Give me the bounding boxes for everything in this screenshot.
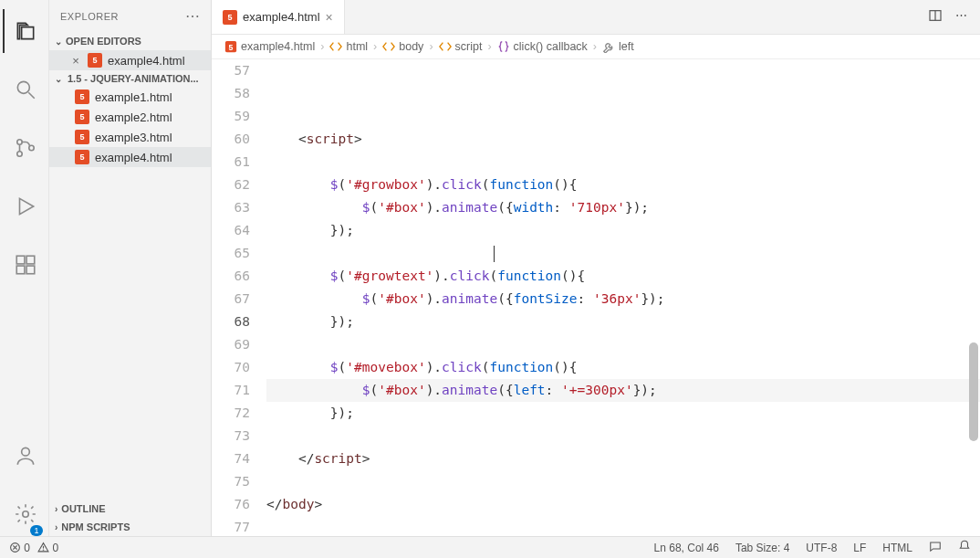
code-line[interactable] bbox=[266, 151, 980, 174]
code-line[interactable]: <script> bbox=[266, 128, 980, 151]
file-label: example4.html bbox=[95, 151, 172, 164]
code-line[interactable]: $('#growtext').click(function(){ bbox=[266, 265, 980, 288]
feedback-icon[interactable] bbox=[929, 540, 942, 555]
tab-example4[interactable]: 5 example4.html × bbox=[212, 0, 345, 34]
file-item[interactable]: 5example1.html bbox=[49, 87, 211, 107]
split-editor-icon[interactable] bbox=[928, 8, 943, 26]
chevron-right-icon: › bbox=[320, 40, 324, 53]
editor-area: 5 example4.html × ⋯ 5example4.html›html›… bbox=[212, 0, 980, 536]
open-editors-header[interactable]: ⌄ OPEN EDITORS bbox=[49, 32, 211, 50]
html-file-icon: 5 bbox=[88, 53, 102, 68]
code-line[interactable] bbox=[266, 333, 980, 356]
language-mode[interactable]: HTML bbox=[882, 542, 912, 554]
file-label: example1.html bbox=[95, 90, 172, 104]
sidebar-header: EXPLORER ⋯ bbox=[49, 0, 211, 32]
code-line[interactable] bbox=[266, 516, 980, 536]
code-line[interactable] bbox=[266, 242, 980, 265]
chevron-right-icon: › bbox=[593, 40, 597, 53]
svg-point-2 bbox=[16, 140, 21, 144]
file-item[interactable]: 5example3.html bbox=[49, 127, 211, 147]
chevron-down-icon: ⌄ bbox=[55, 37, 62, 47]
svg-line-1 bbox=[28, 92, 35, 99]
file-item[interactable]: 5example4.html bbox=[49, 147, 211, 167]
breadcrumb-label: click() callback bbox=[514, 40, 588, 53]
chevron-down-icon: ⌄ bbox=[55, 74, 62, 84]
settings-icon[interactable]: 1 bbox=[3, 492, 47, 536]
chevron-right-icon: › bbox=[55, 504, 57, 514]
svg-rect-8 bbox=[16, 266, 25, 274]
code-line[interactable]: }); bbox=[266, 219, 980, 242]
html-file-icon: 5 bbox=[223, 10, 237, 25]
html-file-icon: 5 bbox=[75, 150, 89, 164]
code-line[interactable]: </script> bbox=[266, 447, 980, 470]
breadcrumb-label: left bbox=[619, 40, 634, 53]
breadcrumbs[interactable]: 5example4.html›html›body›script›click() … bbox=[212, 35, 980, 59]
code-editor[interactable]: 5758596061626364656667686970717273747576… bbox=[212, 59, 980, 536]
more-actions-icon[interactable]: ⋯ bbox=[955, 8, 967, 26]
breadcrumb-item[interactable]: script bbox=[439, 40, 483, 53]
html-file-icon: 5 bbox=[75, 130, 89, 144]
encoding[interactable]: UTF-8 bbox=[806, 542, 837, 554]
scrollbar-track[interactable] bbox=[967, 59, 980, 536]
breadcrumb-label: example4.html bbox=[241, 40, 315, 53]
settings-badge: 1 bbox=[30, 525, 42, 536]
svg-point-11 bbox=[22, 511, 28, 518]
breadcrumb-item[interactable]: 5example4.html bbox=[224, 40, 315, 53]
eol[interactable]: LF bbox=[853, 542, 866, 554]
chevron-right-icon: › bbox=[373, 40, 377, 53]
chevron-right-icon: › bbox=[487, 40, 491, 53]
chevron-right-icon: › bbox=[55, 522, 57, 532]
code-line[interactable]: </body> bbox=[266, 493, 980, 516]
svg-marker-5 bbox=[19, 198, 33, 214]
breadcrumb-item[interactable]: html bbox=[329, 40, 368, 53]
outline-header[interactable]: › OUTLINE bbox=[49, 500, 211, 518]
sidebar: EXPLORER ⋯ ⌄ OPEN EDITORS ×5example4.htm… bbox=[49, 0, 212, 536]
sidebar-title: EXPLORER bbox=[60, 11, 119, 22]
breadcrumb-item[interactable]: body bbox=[382, 40, 423, 53]
notifications-icon[interactable] bbox=[958, 540, 971, 555]
code-line[interactable]: $('#box').animate({fontSize: '36px'}); bbox=[266, 288, 980, 311]
breadcrumb-item[interactable]: click() callback bbox=[497, 40, 588, 53]
breadcrumb-item[interactable]: left bbox=[602, 40, 634, 53]
svg-rect-7 bbox=[26, 256, 35, 264]
scrollbar-thumb[interactable] bbox=[969, 342, 978, 441]
svg-point-0 bbox=[17, 81, 29, 93]
open-editor-item[interactable]: ×5example4.html bbox=[49, 50, 211, 70]
code-line[interactable]: $('#growbox').click(function(){ bbox=[266, 174, 980, 196]
code-line[interactable] bbox=[266, 425, 980, 447]
close-icon[interactable]: × bbox=[69, 54, 82, 68]
code-line[interactable]: $('#movebox').click(function(){ bbox=[266, 356, 980, 379]
explorer-icon[interactable] bbox=[3, 9, 47, 53]
breadcrumb-label: body bbox=[399, 40, 423, 53]
code-line[interactable]: }); bbox=[266, 402, 980, 425]
chevron-right-icon: › bbox=[429, 40, 433, 53]
run-debug-icon[interactable] bbox=[3, 184, 47, 228]
source-control-icon[interactable] bbox=[3, 126, 47, 170]
svg-rect-6 bbox=[16, 256, 25, 264]
svg-point-20 bbox=[43, 549, 44, 550]
file-item[interactable]: 5example2.html bbox=[49, 107, 211, 127]
account-icon[interactable] bbox=[3, 434, 47, 478]
svg-rect-9 bbox=[26, 266, 35, 274]
code-line[interactable]: $('#box').animate({left: '+=300px'}); bbox=[266, 379, 980, 402]
html-file-icon: 5 bbox=[75, 110, 89, 124]
file-label: example2.html bbox=[95, 111, 172, 124]
code-line[interactable]: }); bbox=[266, 311, 980, 333]
code-line[interactable]: $('#box').animate({width: '710px'}); bbox=[266, 196, 980, 219]
tab-label: example4.html bbox=[243, 10, 320, 24]
sidebar-more-icon[interactable]: ⋯ bbox=[185, 7, 201, 25]
svg-text:5: 5 bbox=[229, 43, 234, 52]
cursor-position[interactable]: Ln 68, Col 46 bbox=[654, 542, 719, 554]
activity-bar: 1 bbox=[0, 0, 49, 536]
code-line[interactable] bbox=[266, 470, 980, 493]
tab-bar: 5 example4.html × ⋯ bbox=[212, 0, 980, 35]
errors-count[interactable]: 0 bbox=[9, 542, 30, 554]
close-icon[interactable]: × bbox=[326, 10, 333, 25]
tab-size[interactable]: Tab Size: 4 bbox=[735, 542, 789, 554]
warnings-count[interactable]: 0 bbox=[37, 542, 58, 554]
npm-scripts-header[interactable]: › NPM SCRIPTS bbox=[49, 518, 211, 536]
folder-header[interactable]: ⌄ 1.5 - JQUERY-ANIMATION... bbox=[49, 70, 211, 87]
extensions-icon[interactable] bbox=[3, 243, 47, 287]
search-icon[interactable] bbox=[3, 68, 47, 111]
svg-point-3 bbox=[16, 152, 21, 156]
